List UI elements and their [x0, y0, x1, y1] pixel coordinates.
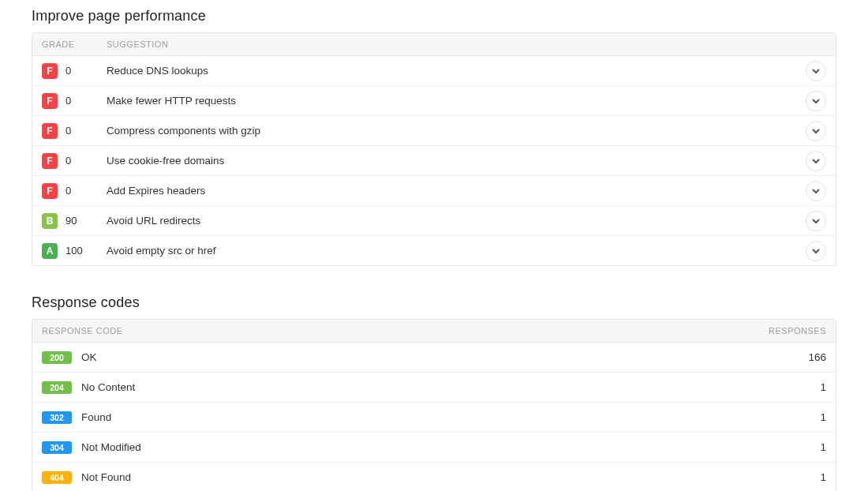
response-row: 304 Not Modified 1: [32, 433, 836, 463]
grade-score: 0: [65, 125, 71, 137]
response-row: 200 OK 166: [32, 343, 836, 373]
response-code-text: Found: [81, 411, 111, 423]
expand-button[interactable]: [806, 121, 826, 141]
chevron-down-icon: [812, 97, 820, 105]
performance-row[interactable]: B 90 Avoid URL redirects: [32, 206, 836, 236]
performance-row[interactable]: A 100 Avoid empty src or href: [32, 236, 836, 265]
response-row: 404 Not Found 1: [32, 463, 836, 491]
performance-panel: GRADE SUGGESTION F 0 Reduce DNS lookups …: [32, 32, 836, 266]
performance-row[interactable]: F 0 Make fewer HTTP requests: [32, 86, 836, 116]
grade-score: 90: [65, 215, 77, 227]
expand-button[interactable]: [806, 61, 826, 81]
response-count: 1: [779, 411, 826, 423]
performance-header-grade: GRADE: [42, 39, 107, 49]
grade-score: 0: [65, 95, 71, 107]
response-code-text: No Content: [81, 381, 135, 393]
response-count: 166: [779, 351, 826, 363]
response-code-text: OK: [81, 351, 97, 363]
grade-score: 0: [65, 185, 71, 197]
performance-header-row: GRADE SUGGESTION: [32, 33, 836, 56]
expand-button[interactable]: [806, 151, 826, 171]
response-code-badge: 204: [42, 381, 72, 394]
expand-button[interactable]: [806, 181, 826, 201]
performance-header-suggestion: SUGGESTION: [107, 39, 826, 49]
suggestion-text: Avoid URL redirects: [107, 215, 806, 227]
response-row: 302 Found 1: [32, 403, 836, 433]
chevron-down-icon: [812, 67, 820, 75]
chevron-down-icon: [812, 217, 820, 225]
suggestion-text: Use cookie-free domains: [107, 155, 806, 167]
response-code-badge: 404: [42, 471, 72, 484]
responses-section-title: Response codes: [32, 294, 836, 311]
responses-panel: RESPONSE CODE RESPONSES 200 OK 166 204 N…: [32, 319, 836, 491]
suggestion-text: Add Expires headers: [107, 185, 806, 197]
suggestion-text: Avoid empty src or href: [107, 245, 806, 257]
performance-row[interactable]: F 0 Compress components with gzip: [32, 116, 836, 146]
expand-button[interactable]: [806, 241, 826, 261]
response-code-badge: 200: [42, 351, 72, 364]
response-count: 1: [779, 471, 826, 483]
responses-header-code: RESPONSE CODE: [42, 326, 769, 335]
grade-badge: F: [42, 183, 58, 199]
grade-badge: F: [42, 63, 58, 79]
performance-row[interactable]: F 0 Add Expires headers: [32, 176, 836, 206]
responses-header-count: RESPONSES: [769, 326, 826, 335]
suggestion-text: Compress components with gzip: [107, 125, 806, 137]
response-count: 1: [779, 381, 826, 393]
grade-badge: B: [42, 213, 58, 229]
grade-score: 0: [65, 65, 71, 77]
suggestion-text: Make fewer HTTP requests: [107, 95, 806, 107]
response-code-text: Not Modified: [81, 441, 141, 453]
response-row: 204 No Content 1: [32, 373, 836, 403]
suggestion-text: Reduce DNS lookups: [107, 65, 806, 77]
grade-badge: F: [42, 153, 58, 169]
expand-button[interactable]: [806, 91, 826, 111]
chevron-down-icon: [812, 247, 820, 255]
grade-badge: F: [42, 93, 58, 109]
grade-score: 0: [65, 155, 71, 167]
chevron-down-icon: [812, 157, 820, 165]
performance-row[interactable]: F 0 Reduce DNS lookups: [32, 56, 836, 86]
performance-section-title: Improve page performance: [32, 8, 836, 24]
grade-badge: F: [42, 123, 58, 139]
grade-score: 100: [65, 245, 83, 257]
expand-button[interactable]: [806, 211, 826, 231]
response-code-text: Not Found: [81, 471, 131, 483]
responses-header-row: RESPONSE CODE RESPONSES: [32, 320, 836, 343]
grade-badge: A: [42, 243, 58, 259]
chevron-down-icon: [812, 127, 820, 135]
response-code-badge: 302: [42, 411, 72, 424]
response-count: 1: [779, 441, 826, 453]
chevron-down-icon: [812, 187, 820, 195]
performance-row[interactable]: F 0 Use cookie-free domains: [32, 146, 836, 176]
response-code-badge: 304: [42, 441, 72, 454]
